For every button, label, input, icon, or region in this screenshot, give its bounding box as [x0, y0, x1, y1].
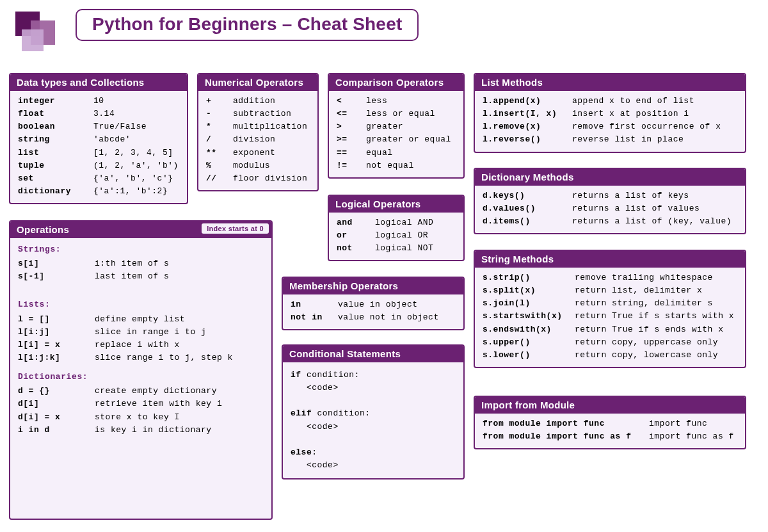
section-title: Lists:	[18, 298, 265, 311]
row-value: import func as f	[649, 430, 734, 443]
row: l.remove(x)remove first occurrence of x	[483, 120, 739, 133]
code-line	[291, 433, 457, 446]
row-key: d.items()	[483, 215, 572, 228]
row-key: from module import func	[483, 417, 649, 430]
row: notlogical NOT	[337, 242, 457, 255]
row-value: subtraction	[233, 108, 291, 120]
card-data-types: Data types and Collections integer10floa…	[9, 73, 188, 204]
row-value: {'a':1, 'b':2}	[93, 185, 168, 198]
row-value: returns a list of values	[572, 202, 700, 215]
row-key: %	[206, 159, 233, 172]
row-key: +	[206, 95, 233, 108]
card-conditional-statements: Conditional Statements if condition: <co…	[282, 344, 465, 480]
row: andlogical AND	[337, 216, 457, 229]
card-header: Logical Operators	[329, 196, 463, 213]
code-line: else:	[291, 446, 457, 459]
row-key: -	[206, 108, 233, 120]
row: s.strip()remove trailing whitespace	[483, 271, 739, 284]
row: integer10	[18, 95, 180, 108]
row-value: value not in object	[338, 311, 439, 324]
row: s.join(l)return string, delimiter s	[483, 297, 739, 310]
card-badge-index: Index starts at 0	[202, 223, 269, 234]
row: dictionary{'a':1, 'b':2}	[18, 185, 180, 198]
row: !=not equal	[337, 159, 457, 172]
row-value: remove trailing whitespace	[575, 271, 713, 284]
keyword: else	[291, 447, 312, 457]
row-value: remove first occurrence of x	[572, 120, 721, 133]
row: **exponent	[206, 147, 311, 159]
row-value: logical AND	[375, 216, 433, 229]
row-value: slice range i to j, step k	[95, 351, 233, 364]
keyword: if	[291, 370, 301, 380]
row-value: return copy, uppercase only	[575, 336, 718, 349]
row-key: >=	[337, 133, 366, 146]
row: l = []define empty list	[18, 313, 265, 326]
row-value: greater	[366, 120, 403, 133]
row-value: floor division	[233, 172, 307, 185]
row-value: return string, delimiter s	[575, 297, 713, 310]
row-value: return copy, lowercase only	[575, 349, 718, 362]
row-value: value in object	[338, 298, 418, 311]
row-key: l.insert(I, x)	[483, 108, 572, 120]
row-key: l.remove(x)	[483, 120, 572, 133]
row: tuple(1, 2, 'a', 'b')	[18, 159, 180, 172]
row-value: logical NOT	[375, 242, 433, 255]
row-key: from module import func as f	[483, 430, 649, 443]
row-value: append x to end of list	[572, 95, 694, 108]
code-line: if condition:	[291, 369, 457, 382]
row-key: dictionary	[18, 185, 93, 198]
card-header: Membership Operators	[283, 278, 463, 294]
row-value: [1, 2, 3, 4, 5]	[93, 147, 173, 159]
row-value: logical OR	[375, 229, 428, 242]
row-value: addition	[233, 95, 275, 108]
row-value: i:th item of s	[95, 257, 169, 270]
row-key: s.upper()	[483, 336, 575, 349]
row-value: less or equal	[366, 108, 435, 120]
row-value: 'abcde'	[93, 133, 131, 146]
row-key: d.values()	[483, 202, 572, 215]
code-line: <code>	[291, 421, 457, 433]
row-key: s.split(x)	[483, 284, 575, 297]
row: i in dis key i in dictionary	[18, 424, 265, 437]
card-list-methods: List Methods l.append(x)append x to end …	[474, 73, 746, 153]
row: not invalue not in object	[291, 311, 457, 324]
row: //floor division	[206, 172, 311, 185]
row: /division	[206, 133, 311, 146]
row-value: modulus	[233, 159, 270, 172]
row-value: return True if s starts with x	[575, 310, 734, 323]
row: string'abcde'	[18, 133, 180, 146]
row-key: s.lower()	[483, 349, 575, 362]
card-header-text: Operations	[17, 224, 69, 235]
row-key: i in d	[18, 424, 95, 437]
row-key: s.startswith(x)	[483, 310, 575, 323]
row-key: list	[18, 147, 93, 159]
row-key: l[i:j:k]	[18, 351, 95, 364]
row: booleanTrue/False	[18, 120, 180, 133]
row: >greater	[337, 120, 457, 133]
row: s.endswith(x)return True if s ends with …	[483, 323, 739, 336]
row-key: or	[337, 229, 375, 242]
section-title: Dictionaries:	[18, 371, 265, 383]
row-key: s.join(l)	[483, 297, 575, 310]
row: list[1, 2, 3, 4, 5]	[18, 147, 180, 159]
card-logical-operators: Logical Operators andlogical ANDorlogica…	[328, 195, 465, 261]
card-header: Numerical Operators	[198, 74, 317, 91]
row-value: 10	[93, 95, 104, 108]
row: l.append(x)append x to end of list	[483, 95, 739, 108]
row-value: returns a list of (key, value)	[572, 215, 732, 228]
row: %modulus	[206, 159, 311, 172]
row: -subtraction	[206, 108, 311, 120]
card-header: Comparison Operators	[329, 74, 463, 91]
row-key: float	[18, 108, 93, 120]
row: float3.14	[18, 108, 180, 120]
row-value: (1, 2, 'a', 'b')	[93, 159, 179, 172]
row: d.values()returns a list of values	[483, 202, 739, 215]
row-key: d.keys()	[483, 189, 572, 202]
row: s.split(x)return list, delimiter x	[483, 284, 739, 297]
row: d[i]retrieve item with key i	[18, 398, 265, 410]
card-header: Import from Module	[475, 397, 745, 414]
row-key: >	[337, 120, 366, 133]
card-membership-operators: Membership Operators invalue in objectno…	[282, 277, 465, 330]
row-value: multiplication	[233, 120, 307, 133]
row-key: d = {}	[18, 385, 95, 398]
